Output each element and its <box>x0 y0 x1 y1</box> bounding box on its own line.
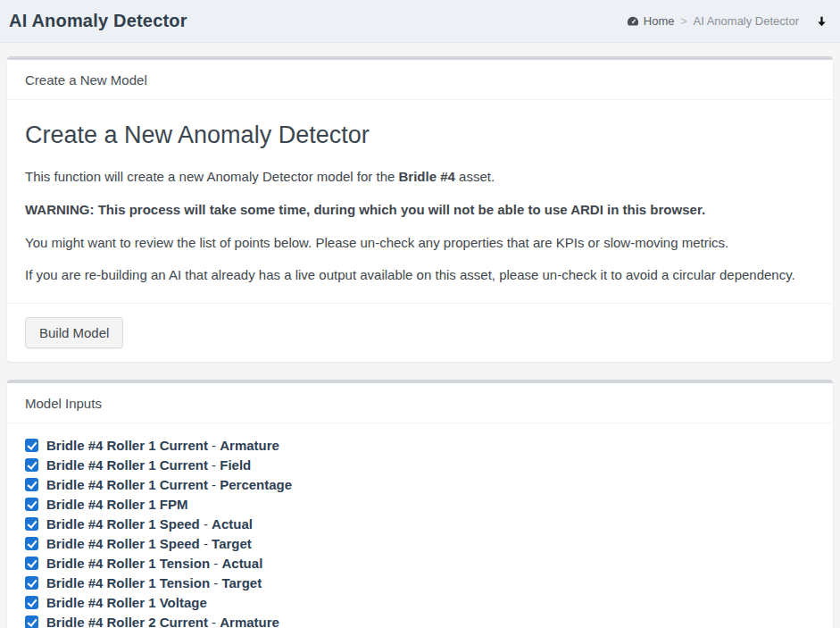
anomaly-detector-heading: Create a New Anomaly Detector <box>25 121 815 149</box>
top-bar: AI Anomaly Detector Home > AI Anomaly De… <box>0 0 840 43</box>
review-paragraph: You might want to review the list of poi… <box>25 233 815 253</box>
checkbox-checked[interactable] <box>25 498 38 511</box>
model-inputs-panel: Model Inputs Bridle #4 Roller 1 CurrentA… <box>7 380 833 628</box>
model-input-label: Bridle #4 Roller 1 CurrentArmature <box>46 438 279 453</box>
model-input-label: Bridle #4 Roller 1 TensionActual <box>46 556 262 571</box>
dashboard-icon <box>627 15 639 28</box>
breadcrumb-home-label: Home <box>644 14 675 28</box>
breadcrumb-current: AI Anomaly Detector <box>694 14 800 28</box>
model-input-row: Bridle #4 Roller 1 CurrentArmature <box>25 435 815 455</box>
checkbox-checked[interactable] <box>25 537 38 550</box>
checkbox-checked[interactable] <box>25 458 38 472</box>
checkbox-checked[interactable] <box>25 439 38 452</box>
build-model-button[interactable]: Build Model <box>25 317 123 348</box>
model-input-row: Bridle #4 Roller 1 Voltage <box>25 592 815 612</box>
model-input-label: Bridle #4 Roller 2 CurrentArmature <box>46 615 279 628</box>
create-model-panel: Create a New Model Create a New Anomaly … <box>7 56 833 362</box>
model-input-label: Bridle #4 Roller 1 TensionTarget <box>46 575 262 590</box>
page-title: AI Anomaly Detector <box>9 11 187 31</box>
checkbox-checked[interactable] <box>25 576 38 590</box>
model-input-row: Bridle #4 Roller 1 CurrentField <box>25 455 815 474</box>
model-input-row: Bridle #4 Roller 2 CurrentArmature <box>25 612 815 628</box>
model-input-row: Bridle #4 Roller 1 FPM <box>25 494 815 514</box>
rebuild-paragraph: If you are re-building an AI that alread… <box>25 265 815 285</box>
breadcrumb-separator: > <box>680 15 686 28</box>
model-input-row: Bridle #4 Roller 1 SpeedTarget <box>25 533 815 553</box>
model-input-label: Bridle #4 Roller 1 CurrentPercentage <box>46 477 292 492</box>
model-input-label: Bridle #4 Roller 1 Voltage <box>46 595 207 610</box>
model-inputs-panel-title: Model Inputs <box>7 383 833 423</box>
checkbox-checked[interactable] <box>25 557 38 570</box>
model-input-row: Bridle #4 Roller 1 TensionTarget <box>25 573 815 592</box>
model-input-label: Bridle #4 Roller 1 CurrentField <box>46 457 251 473</box>
breadcrumb: Home > AI Anomaly Detector <box>627 14 828 28</box>
checkbox-checked[interactable] <box>25 615 38 628</box>
create-model-panel-footer: Build Model <box>7 303 833 362</box>
model-input-label: Bridle #4 Roller 1 FPM <box>46 497 187 512</box>
create-model-panel-title: Create a New Model <box>7 60 833 100</box>
model-input-row: Bridle #4 Roller 1 TensionActual <box>25 553 815 573</box>
checkbox-checked[interactable] <box>25 517 38 531</box>
asset-name: Bridle #4 <box>399 169 455 184</box>
checkbox-checked[interactable] <box>25 478 38 491</box>
model-inputs-list: Bridle #4 Roller 1 CurrentArmature Bridl… <box>7 423 833 628</box>
create-model-panel-body: Create a New Anomaly Detector This funct… <box>7 100 833 303</box>
model-input-row: Bridle #4 Roller 1 SpeedActual <box>25 514 815 533</box>
warning-paragraph: WARNING: This process will take some tim… <box>25 200 815 220</box>
arrow-down-icon[interactable] <box>816 15 828 28</box>
checkbox-checked[interactable] <box>25 596 38 609</box>
model-input-row: Bridle #4 Roller 1 CurrentPercentage <box>25 474 815 494</box>
model-input-label: Bridle #4 Roller 1 SpeedTarget <box>46 536 252 551</box>
intro-paragraph: This function will create a new Anomaly … <box>25 167 815 187</box>
model-input-label: Bridle #4 Roller 1 SpeedActual <box>46 516 253 532</box>
breadcrumb-home-link[interactable]: Home <box>627 14 675 28</box>
